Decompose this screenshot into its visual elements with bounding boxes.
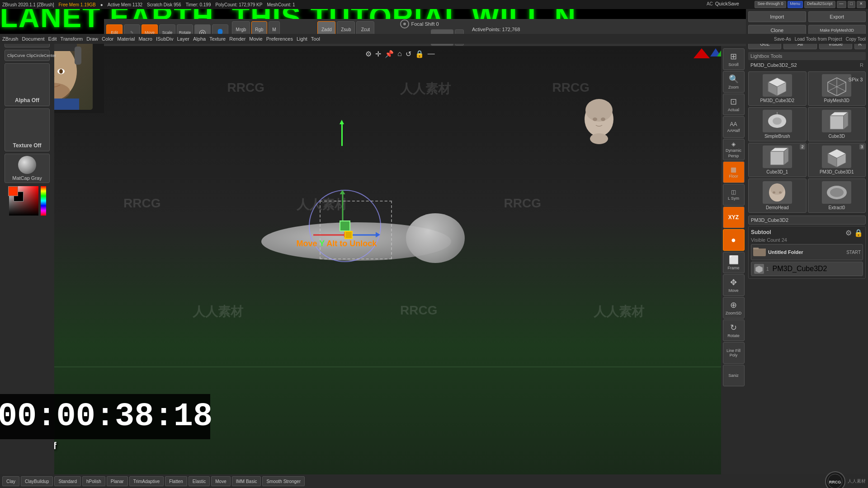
menu-draw[interactable]: Draw [86, 36, 98, 42]
xyz-btn[interactable]: XYZ [723, 206, 745, 228]
flatten-btn[interactable]: Flatten [165, 476, 187, 486]
active-mem-val: Active Mem 1132 [108, 2, 142, 7]
gear-icon[interactable]: ⚙ [845, 229, 852, 237]
menu-isubdiv[interactable]: ISubDiv [156, 36, 174, 42]
dot-btn[interactable]: ● [723, 229, 745, 251]
gizmo-center-box[interactable] [340, 221, 350, 231]
rotate-btn[interactable]: ↻ Rotate [723, 319, 745, 341]
home-icon[interactable]: ⌂ [397, 50, 402, 58]
foreground-color[interactable] [8, 186, 18, 196]
folder-item[interactable]: Untitled Folder START [751, 244, 863, 260]
ac-label[interactable]: AC [707, 1, 713, 6]
menu-edit[interactable]: Edit [48, 36, 57, 42]
dynamic-persp-btn[interactable]: ◈ Dynamic Persp [723, 139, 745, 160]
pm3d-cube3d2-entry[interactable]: PM3D_Cube3D2 [748, 216, 866, 225]
menu-layer[interactable]: Layer [177, 36, 189, 42]
tool-item-pm3d-cube3d2[interactable]: PM3D_Cube3D2 [748, 71, 807, 106]
menu-zbrush[interactable]: ZBrush [2, 36, 18, 42]
menu-transform[interactable]: Transform [61, 36, 83, 42]
color-picker[interactable] [5, 185, 50, 217]
tool-item-demohead[interactable]: DemoHead [748, 178, 807, 213]
settings-icon[interactable]: ⚙ [365, 50, 372, 58]
tool-item-cube3d1[interactable]: Cube3D_1 2 [748, 143, 807, 177]
default2script-btn[interactable]: Default2Script [804, 1, 835, 8]
hpolish-btn[interactable]: hPolish [82, 476, 105, 486]
zoom-btn[interactable]: 🔍 Zoom [723, 71, 745, 93]
tool-item-cube3d[interactable]: Cube3D [808, 107, 866, 141]
menu-light[interactable]: Light [297, 36, 307, 42]
lsym-btn[interactable]: ◫ L Sym [723, 184, 745, 206]
refresh-icon[interactable]: ↺ [406, 50, 411, 58]
imm-basic-btn[interactable]: IMM Basic [232, 476, 261, 486]
saniz-label: Saniz [728, 373, 739, 378]
see-through-btn[interactable]: See-through 0 [755, 1, 786, 8]
clip-curve-btn[interactable]: ClipCurve ClipCircleCenter [5, 50, 50, 61]
subtool-mesh-item[interactable]: 1 PM3D_Cube3D2 [751, 262, 863, 276]
menu-macro[interactable]: Macro [138, 36, 152, 42]
dash-icon[interactable]: — [428, 50, 435, 58]
saniz-btn[interactable]: Saniz [723, 365, 745, 386]
actual-btn[interactable]: ⊡ Actual [723, 94, 745, 115]
move-nav-btn[interactable]: ✥ Move [723, 274, 745, 296]
linefill-btn[interactable]: Line FillPoly [723, 342, 745, 364]
dynamic-label: Dynamic [726, 148, 741, 153]
tool-name-demohead: DemoHead [766, 205, 789, 210]
watermark-1: RRCG [227, 80, 264, 95]
frame-btn[interactable]: ⬜ Frame [723, 252, 745, 273]
spix-text: SPix 3 [849, 77, 863, 82]
transform-gizmo[interactable] [309, 190, 381, 262]
menu-tool[interactable]: Tool [311, 36, 320, 42]
import-export-row: Import Export [748, 11, 866, 22]
gizmo-translate-handle[interactable] [344, 231, 353, 239]
crosshair-icon[interactable]: ✛ [375, 50, 381, 58]
tool-item-pm3d-cube3d1[interactable]: PM3D_Cube3D1 3 [808, 143, 866, 177]
menu-texture[interactable]: Texture [209, 36, 226, 42]
texture-off-button[interactable]: Texture Off [5, 108, 50, 151]
lock-subtool-icon[interactable]: 🔒 [854, 229, 863, 237]
matcap-button[interactable]: MatCap Gray [5, 154, 50, 183]
matcap-label: MatCap Gray [12, 175, 42, 181]
zoomsd-btn[interactable]: ⊕ ZoomSD [723, 297, 745, 319]
import-btn[interactable]: Import [748, 11, 806, 22]
lock-icon[interactable]: 🔒 [415, 50, 424, 58]
tool-item-extract0[interactable]: Extract0 [808, 178, 866, 213]
smooth-stronger-btn[interactable]: Smooth Stronger [262, 476, 305, 486]
pm3d-header: PM3D_Cube3D2_S2 R [748, 61, 866, 69]
floor-btn[interactable]: ▦ Floor [723, 161, 745, 183]
trimadaptive-btn[interactable]: TrimAdaptive [129, 476, 164, 486]
elastic-btn[interactable]: Elastic [189, 476, 210, 486]
export-btn[interactable]: Export [808, 11, 866, 22]
menu-preferences[interactable]: Preferences [266, 36, 293, 42]
planar-btn[interactable]: Planar [107, 476, 128, 486]
standard-btn[interactable]: Standard [54, 476, 81, 486]
subtool-section: Subtool ⚙ 🔒 Visible Count 24 Untitled Fo… [748, 226, 866, 279]
pin-icon[interactable]: 📌 [385, 50, 394, 58]
alpha-off-button[interactable]: Alpha Off [5, 63, 50, 106]
menu-alpha[interactable]: Alpha [193, 36, 206, 42]
tool-name-cube3d1: Cube3D_1 [766, 169, 788, 174]
subtool-header-row: Subtool ⚙ 🔒 [751, 229, 863, 237]
menu-document[interactable]: Document [22, 36, 44, 42]
window-min-btn[interactable]: — [837, 1, 846, 8]
menu-btn[interactable]: Menu [788, 1, 803, 8]
claybuildup-btn[interactable]: ClayBuildup [21, 476, 53, 486]
svg-rect-43 [753, 248, 759, 249]
timer-display: 00:00:38:18 [0, 398, 212, 435]
color-hue-strip[interactable] [41, 186, 46, 216]
menu-color[interactable]: Color [102, 36, 113, 42]
menu-render[interactable]: Render [229, 36, 245, 42]
aahalf-btn[interactable]: AA AAHalf [723, 116, 745, 138]
window-close-btn[interactable]: ✕ [857, 1, 866, 8]
menu-material[interactable]: Material [117, 36, 135, 42]
move-bottom-btn[interactable]: Move [211, 476, 230, 486]
svg-point-39 [773, 191, 775, 193]
scroll-btn[interactable]: ⊞ Scroll [723, 48, 745, 70]
clay-btn[interactable]: Clay [2, 476, 19, 486]
quicksave-btn[interactable]: QuickSave [715, 1, 739, 6]
gizmo-x-arrow[interactable] [313, 235, 345, 236]
actual-label: Actual [728, 108, 739, 112]
clay-limb [406, 213, 465, 263]
tool-item-simplebrush[interactable]: SimpleBrush [748, 107, 807, 141]
menu-movie[interactable]: Movie [249, 36, 262, 42]
window-max-btn[interactable]: □ [848, 1, 855, 8]
